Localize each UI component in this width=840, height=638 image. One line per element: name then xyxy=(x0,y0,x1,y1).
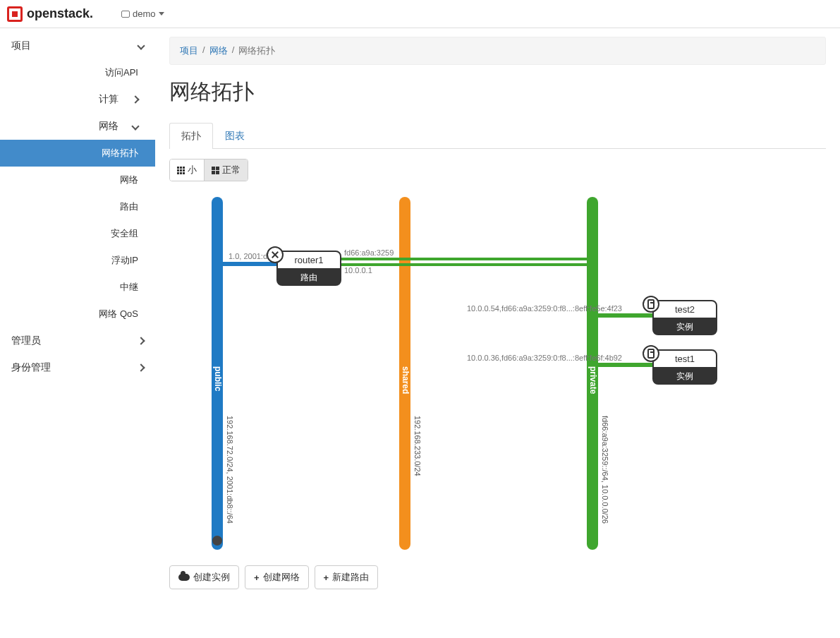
globe-icon xyxy=(212,536,222,546)
router-name: router1 xyxy=(276,251,341,270)
project-name: demo xyxy=(133,8,156,19)
nav-network-label: 网络 xyxy=(99,120,118,133)
link-router-private xyxy=(337,258,592,266)
plus-icon: + xyxy=(254,572,260,583)
nav-qos[interactable]: 网络 QoS xyxy=(0,301,155,327)
nav-compute-label: 计算 xyxy=(99,93,118,106)
grid-large-icon xyxy=(212,167,219,174)
view-normal-button[interactable]: 正常 xyxy=(205,160,248,181)
nav-identity[interactable]: 身份管理 xyxy=(0,354,155,381)
chevron-down-icon xyxy=(131,122,139,130)
chevron-right-icon xyxy=(137,363,145,371)
network-private-cidr: fd66:a9a:3259::/64, 10.0.0.0/26 xyxy=(601,416,609,524)
nav-project[interactable]: 项目 xyxy=(0,32,155,59)
ip-router-private-a: fd66:a9a:3259 xyxy=(344,248,394,257)
sidebar: 项目 访问API 计算 网络 网络拓扑 网络 路由 安全组 浮动IP 中继 网络… xyxy=(0,28,155,610)
brand-text: openstack. xyxy=(27,6,93,21)
main-content: 项目/ 网络/ 网络拓扑 网络拓扑 拓扑 图表 小 正常 public xyxy=(155,28,840,610)
nav-api[interactable]: 访问API xyxy=(0,59,155,86)
action-bar: 创建实例 + 创建网络 + 新建路由 xyxy=(169,565,826,589)
create-router-label: 新建路由 xyxy=(332,571,369,584)
instance-icon xyxy=(643,296,659,313)
router-node[interactable]: router1 路由 xyxy=(276,251,341,286)
view-small-label: 小 xyxy=(188,164,197,176)
instance-test2-name: test2 xyxy=(652,300,717,319)
nav-network[interactable]: 网络 xyxy=(0,113,155,140)
tab-topology[interactable]: 拓扑 xyxy=(169,123,213,149)
chevron-right-icon xyxy=(131,95,139,103)
router-type: 路由 xyxy=(276,270,341,286)
nav-networks[interactable]: 网络 xyxy=(0,167,155,193)
network-public-label: public xyxy=(213,366,223,391)
network-public[interactable]: public xyxy=(212,197,223,550)
nav-compute[interactable]: 计算 xyxy=(0,86,155,113)
nav-admin-label: 管理员 xyxy=(11,335,41,347)
page-title: 网络拓扑 xyxy=(169,78,826,107)
instance-test1-name: test1 xyxy=(652,349,717,368)
ip-test1: 10.0.0.36,fd66:a9a:3259:0:f8...:8eff:fe6… xyxy=(467,354,622,362)
create-router-button[interactable]: + 新建路由 xyxy=(315,565,379,589)
network-shared[interactable]: shared xyxy=(399,197,410,550)
breadcrumb-network[interactable]: 网络 xyxy=(209,44,228,57)
breadcrumb-current: 网络拓扑 xyxy=(238,44,275,57)
ip-router-private-b: 10.0.0.1 xyxy=(344,266,372,275)
launch-instance-label: 创建实例 xyxy=(193,571,230,584)
topology-canvas[interactable]: public 192.168.72.0/24, 2001:db8::/64 sh… xyxy=(169,190,826,557)
nav-secgroups[interactable]: 安全组 xyxy=(0,220,155,247)
nav-identity-label: 身份管理 xyxy=(11,361,51,374)
create-network-button[interactable]: + 创建网络 xyxy=(245,565,309,589)
instance-test1[interactable]: test1 实例 xyxy=(652,349,717,385)
openstack-icon xyxy=(7,6,23,22)
network-shared-label: shared xyxy=(401,366,410,394)
network-shared-cidr: 192.168.233.0/24 xyxy=(413,416,422,476)
brand-logo[interactable]: openstack. xyxy=(7,6,93,22)
grid-small-icon xyxy=(177,167,185,174)
top-bar: openstack. demo xyxy=(0,0,840,28)
caret-down-icon xyxy=(159,12,164,16)
instance-type: 实例 xyxy=(652,319,717,335)
cloud-upload-icon xyxy=(178,574,190,581)
instance-test2[interactable]: test2 实例 xyxy=(652,300,717,335)
breadcrumb-project[interactable]: 项目 xyxy=(180,44,198,57)
chevron-down-icon xyxy=(137,42,145,49)
network-private-label: private xyxy=(588,366,598,394)
network-private[interactable]: private xyxy=(587,197,598,550)
nav-trunk[interactable]: 中继 xyxy=(0,274,155,301)
launch-instance-button[interactable]: 创建实例 xyxy=(169,565,239,589)
nav-admin[interactable]: 管理员 xyxy=(0,327,155,354)
nav-network-topology[interactable]: 网络拓扑 xyxy=(0,140,155,167)
nav-floatingip[interactable]: 浮动IP xyxy=(0,247,155,274)
plus-icon: + xyxy=(324,572,329,583)
router-icon xyxy=(267,246,284,263)
project-icon xyxy=(121,11,130,18)
ip-test2: 10.0.0.54,fd66:a9a:3259:0:f8...:8eff:fe5… xyxy=(467,304,622,313)
tab-graph[interactable]: 图表 xyxy=(213,123,257,149)
network-public-cidr: 192.168.72.0/24, 2001:db8::/64 xyxy=(226,416,234,524)
create-network-label: 创建网络 xyxy=(263,571,300,584)
instance-type: 实例 xyxy=(652,368,717,385)
view-normal-label: 正常 xyxy=(222,164,241,176)
nav-project-label: 项目 xyxy=(11,40,31,52)
nav-routers[interactable]: 路由 xyxy=(0,193,155,220)
chevron-right-icon xyxy=(137,337,145,344)
instance-icon xyxy=(643,345,659,362)
view-small-button[interactable]: 小 xyxy=(170,160,205,181)
project-switcher[interactable]: demo xyxy=(121,8,164,19)
tab-bar: 拓扑 图表 xyxy=(169,122,826,149)
breadcrumb: 项目/ 网络/ 网络拓扑 xyxy=(169,37,826,65)
view-toggle: 小 正常 xyxy=(169,159,248,181)
